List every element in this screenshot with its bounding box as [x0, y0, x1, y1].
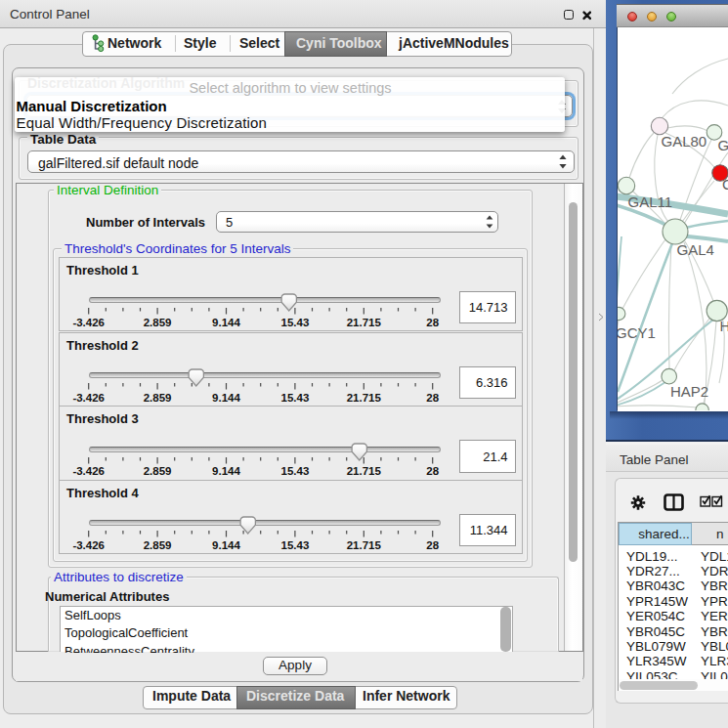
svg-text:GCY1: GCY1 — [618, 324, 656, 341]
svg-text:H: H — [719, 318, 728, 334]
svg-text:GAL11: GAL11 — [628, 193, 673, 210]
svg-text:GAL4: GAL4 — [677, 241, 714, 258]
svg-text:G.: G. — [718, 137, 728, 153]
svg-text:C: C — [722, 176, 728, 193]
svg-text:GAL80: GAL80 — [662, 133, 707, 150]
svg-text:HAP2: HAP2 — [670, 383, 708, 400]
